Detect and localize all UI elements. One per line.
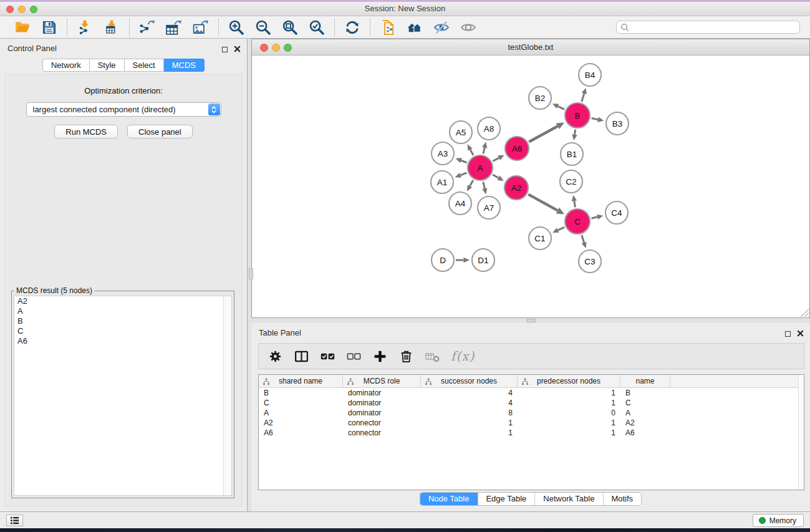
table-cell[interactable]: A	[259, 409, 343, 417]
table-cell[interactable]: C	[620, 399, 670, 407]
tab-node-table[interactable]: Node Table	[420, 493, 478, 505]
node-table-scrollbar[interactable]	[798, 375, 804, 490]
export-network-button[interactable]	[138, 19, 156, 36]
table-row[interactable]: Adominator80A	[259, 408, 804, 418]
mcds-result-item[interactable]: A	[14, 306, 231, 316]
edge-B-B2[interactable]	[558, 106, 565, 109]
import-network-button[interactable]	[76, 19, 94, 36]
hide-edges-button[interactable]	[433, 19, 450, 36]
tab-network-table[interactable]: Network Table	[535, 493, 603, 505]
settings-button[interactable]	[268, 349, 283, 364]
node-table[interactable]: shared nameMCDS rolesuccessor nodesprede…	[258, 374, 804, 490]
column-header-MCDS-role[interactable]: MCDS role	[343, 375, 421, 387]
column-header-name[interactable]: name	[620, 375, 670, 387]
table-cell[interactable]: A6	[620, 428, 670, 437]
edge-A2-C[interactable]	[528, 195, 557, 211]
task-history-button[interactable]	[6, 515, 23, 526]
column-header-predecessor-nodes[interactable]: predecessor nodes	[518, 375, 620, 387]
mcds-result-scrollbar[interactable]	[223, 296, 231, 495]
table-row[interactable]: A6connector11A6	[259, 428, 804, 438]
table-cell[interactable]: connector	[343, 428, 421, 437]
memory-button[interactable]: Memory	[753, 514, 804, 527]
table-cell[interactable]: dominator	[343, 399, 421, 407]
mcds-result-item[interactable]: A2	[14, 296, 231, 306]
edge-A-A5[interactable]	[470, 150, 473, 155]
float-table-panel-icon[interactable]	[785, 331, 791, 337]
table-cell[interactable]: 1	[518, 399, 620, 407]
optimization-criterion-select[interactable]: largest connected component (directed)	[26, 102, 221, 117]
column-header-shared-name[interactable]: shared name	[259, 375, 343, 387]
edge-A-A8[interactable]	[483, 148, 485, 154]
network-window-titlebar[interactable]: testGlobe.txt	[252, 39, 809, 56]
table-cell[interactable]: dominator	[343, 409, 421, 417]
network-canvas[interactable]: ABCA2A6A1A3A4A5A7A8B1B2B3B4C1C2C3C4DD1	[252, 56, 809, 317]
tab-motifs[interactable]: Motifs	[603, 493, 641, 505]
split-view-button[interactable]	[294, 349, 309, 364]
edge-A-A6[interactable]	[493, 158, 499, 161]
float-panel-icon[interactable]	[222, 47, 228, 52]
home-button[interactable]	[406, 19, 423, 36]
close-window-icon[interactable]	[6, 6, 14, 13]
run-mcds-button[interactable]: Run MCDS	[54, 125, 118, 138]
function-builder-button[interactable]: f(x)	[451, 349, 475, 364]
table-cell[interactable]: A2	[620, 418, 670, 427]
select-all-columns-button[interactable]	[320, 349, 335, 364]
edge-B-B1[interactable]	[575, 130, 576, 135]
network-minimize-icon[interactable]	[272, 44, 280, 52]
close-table-panel-icon[interactable]	[797, 328, 804, 339]
table-cell[interactable]: 0	[518, 409, 620, 417]
export-table-button[interactable]	[165, 19, 183, 36]
mcds-result-item[interactable]: B	[14, 316, 231, 326]
close-panel-button[interactable]: Close panel	[127, 125, 193, 138]
refresh-button[interactable]	[344, 19, 361, 36]
edge-A6-B[interactable]	[529, 126, 557, 142]
column-header-successor-nodes[interactable]: successor nodes	[421, 375, 518, 387]
add-column-button[interactable]	[372, 349, 388, 364]
minimize-window-icon[interactable]	[18, 6, 26, 13]
tab-style[interactable]: Style	[90, 59, 125, 72]
delete-table-button[interactable]	[425, 349, 440, 364]
tab-select[interactable]: Select	[125, 59, 164, 72]
mcds-result-list[interactable]: A2ABCA6	[14, 296, 232, 496]
tab-network[interactable]: Network	[42, 59, 90, 72]
mcds-result-item[interactable]: A6	[14, 336, 231, 346]
table-cell[interactable]: 8	[421, 409, 518, 417]
network-graph[interactable]: ABCA2A6A1A3A4A5A7A8B1B2B3B4C1C2C3C4DD1	[252, 56, 808, 317]
table-cell[interactable]: A	[620, 409, 670, 417]
tab-mcds[interactable]: MCDS	[164, 59, 205, 72]
close-panel-icon[interactable]	[234, 44, 241, 55]
table-cell[interactable]: 4	[421, 399, 518, 407]
table-cell[interactable]: C	[259, 399, 343, 407]
show-graphics-button[interactable]	[460, 19, 477, 36]
search-input[interactable]	[616, 21, 800, 34]
table-cell[interactable]: A6	[259, 428, 343, 437]
mcds-result-item[interactable]: C	[14, 326, 231, 336]
import-table-button[interactable]	[103, 19, 120, 36]
edge-A-A7[interactable]	[483, 181, 485, 188]
table-cell[interactable]: 1	[518, 389, 620, 397]
edge-A-A2[interactable]	[493, 175, 498, 178]
edge-A-A3[interactable]	[461, 160, 466, 162]
delete-column-button[interactable]	[398, 349, 414, 364]
zoom-selected-button[interactable]	[308, 19, 325, 36]
zoom-window-icon[interactable]	[30, 6, 37, 13]
network-zoom-icon[interactable]	[284, 44, 292, 52]
zoom-out-button[interactable]	[254, 19, 272, 36]
edge-C-C1[interactable]	[558, 227, 564, 230]
export-image-button[interactable]	[192, 19, 210, 36]
edge-C-C2[interactable]	[574, 201, 576, 207]
table-row[interactable]: A2connector11A2	[259, 418, 804, 428]
zoom-fit-button[interactable]	[281, 19, 299, 36]
open-button[interactable]	[14, 19, 31, 36]
table-row[interactable]: Bdominator41B	[259, 388, 804, 398]
table-cell[interactable]: 1	[518, 418, 620, 427]
horizontal-splitter-grip[interactable]	[527, 319, 536, 322]
edge-B-B3[interactable]	[592, 118, 599, 120]
clone-network-button[interactable]	[379, 19, 397, 36]
table-cell[interactable]: B	[620, 389, 670, 397]
edge-B-B4[interactable]	[582, 94, 584, 102]
edge-A-A1[interactable]	[460, 173, 466, 175]
table-cell[interactable]: 1	[518, 428, 620, 437]
table-cell[interactable]: dominator	[343, 389, 421, 397]
network-close-icon[interactable]	[260, 44, 268, 52]
